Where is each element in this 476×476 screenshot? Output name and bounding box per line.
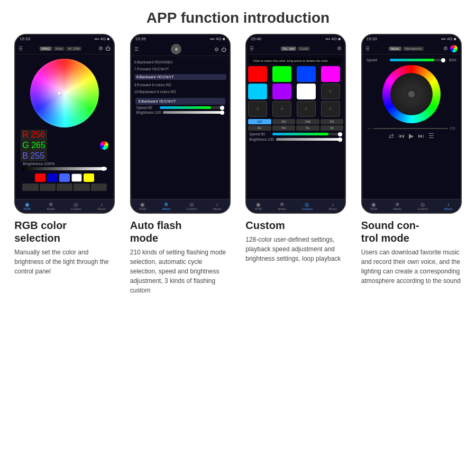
- swatch-blue[interactable]: [47, 173, 58, 182]
- color-cell-empty4[interactable]: +: [297, 101, 316, 117]
- nav-rgb-label: RGB: [24, 207, 31, 210]
- settings-icon-music[interactable]: ⚙: [443, 45, 448, 51]
- color-cell-green[interactable]: [272, 66, 291, 82]
- screen-mode: 6:Backward RD/GN/BU 7:Forward YE/CN/VT 8…: [131, 56, 230, 199]
- nav-music-rgb[interactable]: ◉ RGB: [370, 202, 378, 210]
- tab-cycle[interactable]: Cycle: [298, 47, 310, 51]
- play-pause-btn[interactable]: ⏸: [171, 44, 181, 54]
- nav-music-mode[interactable]: ❄ Mode: [393, 202, 401, 210]
- color-cell-red[interactable]: [248, 66, 267, 82]
- color-cell-empty1[interactable]: +: [321, 84, 340, 99]
- nav-music-label: Music: [97, 207, 106, 210]
- power-icon-mode[interactable]: ⏻: [221, 47, 226, 52]
- effect-buttons: GD FD FW FS AC PU FL ID: [248, 119, 343, 131]
- phone-music: 15:33 ▪▪▪ 4G ■ ☰ Music Microphone ⚙: [361, 34, 462, 214]
- cards-row: 15:33 ▪▪▪ 4G ■ ☰ RING Aisle W...DIM ⚙ ⏻: [0, 34, 476, 295]
- color-grid: + + + + +: [248, 66, 343, 117]
- tab-aisle[interactable]: Aisle: [53, 47, 65, 51]
- settings-icon-custom[interactable]: ⚙: [337, 45, 342, 51]
- brightness-bar-mode[interactable]: [163, 111, 224, 114]
- card-title-mode: Auto flashmode: [130, 219, 231, 244]
- nav-music-custom[interactable]: ◎ Custom: [417, 202, 428, 210]
- card-title-custom: Custom: [245, 219, 346, 232]
- phone-mode: 15:35 ▪▪▪ 4G ■ ☰ ⏸ ⚙ ⏻: [130, 34, 231, 214]
- power-icon-rgb[interactable]: ⏻: [105, 45, 111, 51]
- prev-btn[interactable]: ⏮: [398, 132, 405, 140]
- brightness-slider-rgb[interactable]: [22, 167, 107, 170]
- play-btn[interactable]: ▶: [409, 132, 414, 140]
- speed-label-custom: Speed:80: [249, 132, 270, 136]
- tab-forward[interactable]: Fo...ard: [281, 47, 296, 51]
- effect-fd[interactable]: FD: [272, 119, 296, 124]
- card-music: 15:33 ▪▪▪ 4G ■ ☰ Music Microphone ⚙: [356, 34, 467, 295]
- settings-icon-rgb[interactable]: ⚙: [98, 45, 103, 51]
- tab-dim[interactable]: W...DIM: [66, 47, 81, 51]
- next-btn[interactable]: ⏭: [418, 132, 424, 140]
- color-cell-empty3[interactable]: +: [272, 101, 291, 117]
- mode-item-3[interactable]: 8:Backward YE/CN/VT: [134, 74, 226, 80]
- card-title-music: Sound con-trol mode: [361, 219, 462, 244]
- nav-rgb-music[interactable]: ♪ Music: [97, 202, 106, 210]
- nav-mode-mode[interactable]: ❄ Mode: [162, 202, 170, 210]
- tab-microphone[interactable]: Microphone: [403, 47, 424, 51]
- card-desc-mode: 210 kinds of setting flashing mode selec…: [130, 248, 231, 295]
- phone-header-music: ☰ Music Microphone ⚙: [362, 43, 461, 54]
- effect-gd[interactable]: GD: [248, 119, 271, 124]
- speed-value-music: 80%: [449, 58, 456, 62]
- color-cell-empty5[interactable]: +: [321, 101, 340, 117]
- phone-rgb: 15:33 ▪▪▪ 4G ■ ☰ RING Aisle W...DIM ⚙ ⏻: [14, 34, 115, 214]
- mode-item-5[interactable]: 10:Backward 6 colors RD: [134, 90, 226, 94]
- effect-ac[interactable]: AC: [248, 125, 271, 131]
- tab-music[interactable]: Music: [389, 47, 401, 51]
- nav-mode-custom[interactable]: ◎ Custom: [186, 202, 197, 210]
- nav-custom-rgb[interactable]: ◉ RGB: [254, 202, 262, 210]
- nav-mode-rgb[interactable]: ◉ RGB: [139, 202, 147, 210]
- nav-rgb-custom[interactable]: ◎ Custom: [71, 202, 82, 210]
- mode-item-1[interactable]: 6:Backward RD/GN/BU: [134, 60, 226, 64]
- nav-mode-label: Mode: [47, 207, 54, 210]
- speed-bar-custom[interactable]: [272, 133, 342, 135]
- color-cell-blue[interactable]: [297, 66, 316, 82]
- mode-item-4[interactable]: 9:Forward 6 colors RD: [134, 83, 226, 87]
- card-mode: 15:35 ▪▪▪ 4G ■ ☰ ⏸ ⚙ ⏻: [125, 34, 236, 295]
- vinyl-record: [382, 65, 441, 123]
- color-cell-cyan[interactable]: [248, 84, 267, 99]
- effect-fl[interactable]: FL: [296, 125, 319, 131]
- swatch-yellow[interactable]: [84, 173, 94, 182]
- color-wheel[interactable]: [30, 59, 99, 127]
- speed-label-music: Speed: [367, 58, 388, 62]
- color-cell-empty2[interactable]: +: [248, 101, 267, 117]
- swatch-indigo[interactable]: [59, 173, 70, 182]
- mode-item-2[interactable]: 7:Forward YE/CN/VT: [134, 67, 226, 71]
- time-music: 15:33: [367, 36, 377, 41]
- nav-rgb-rgb[interactable]: ◉ RGB: [23, 202, 31, 210]
- speed-bar-music[interactable]: [390, 59, 445, 61]
- color-cell-orange[interactable]: [272, 84, 291, 99]
- tab-ring[interactable]: RING: [40, 47, 52, 51]
- signal-custom: ▪▪▪ 4G ■: [326, 36, 341, 41]
- shuffle-btn[interactable]: ⇄: [389, 132, 394, 140]
- nav-custom-custom[interactable]: ◎ Custom: [302, 202, 313, 210]
- nav-custom-music[interactable]: ♪ Music: [328, 202, 337, 210]
- status-bar-custom: 15:40 ▪▪▪ 4G ■: [246, 35, 345, 43]
- settings-icon-mode[interactable]: ⚙: [214, 47, 219, 52]
- nav-custom-mode[interactable]: ❄ Mode: [278, 202, 286, 210]
- nav-mode-music[interactable]: ♪ Music: [213, 202, 222, 210]
- status-bar-rgb: 15:33 ▪▪▪ 4G ■: [15, 35, 114, 43]
- effect-fw[interactable]: FW: [296, 119, 319, 124]
- swatch-white[interactable]: [71, 173, 82, 182]
- card-desc-custom: 128-color user-defined settings, playbac…: [245, 235, 346, 263]
- effect-id[interactable]: ID: [321, 125, 344, 131]
- swatch-red[interactable]: [35, 173, 45, 182]
- nav-music-music[interactable]: ♪ Music: [444, 202, 453, 210]
- color-swatches-rgb: [35, 173, 94, 182]
- effect-fs[interactable]: FS: [321, 119, 344, 124]
- status-bar-music: 15:33 ▪▪▪ 4G ■: [362, 35, 461, 43]
- brightness-bar-custom[interactable]: [276, 138, 342, 141]
- list-btn[interactable]: ☰: [428, 132, 434, 140]
- color-cell-white[interactable]: [297, 84, 316, 99]
- color-cell-magenta[interactable]: [321, 66, 340, 82]
- speed-bar-mode[interactable]: [160, 106, 224, 109]
- nav-rgb-mode[interactable]: ❄ Mode: [47, 202, 54, 210]
- effect-pu[interactable]: PU: [272, 125, 296, 131]
